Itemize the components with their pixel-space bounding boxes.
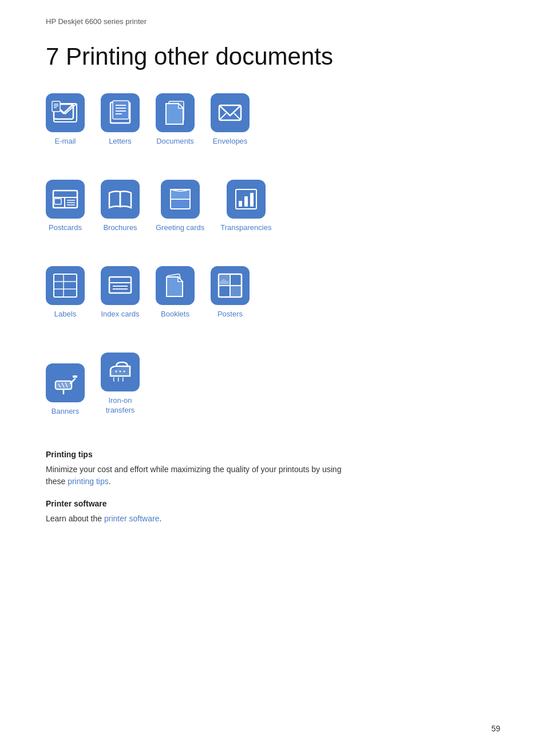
icon-item-letters[interactable]: Letters	[101, 93, 140, 145]
labels-icon	[46, 266, 85, 305]
transparencies-label: Transparencies	[220, 223, 271, 232]
postcards-icon	[46, 180, 85, 219]
ironon-icon	[101, 353, 140, 391]
page-title: 7 Printing other documents	[46, 43, 500, 70]
printing-tips-link[interactable]: printing tips	[68, 477, 109, 486]
svg-rect-32	[239, 201, 242, 207]
svg-rect-34	[250, 193, 254, 207]
letters-label: Letters	[109, 137, 132, 145]
page-number: 59	[491, 724, 500, 733]
printing-tips-heading: Printing tips	[46, 450, 500, 459]
greeting-cards-label: Greeting cards	[156, 223, 204, 232]
brochures-icon	[101, 180, 140, 219]
greeting-cards-icon	[161, 180, 200, 219]
svg-rect-35	[54, 274, 77, 297]
booklets-icon	[156, 266, 195, 305]
icon-row-1: E-mail Letters	[46, 93, 500, 163]
svg-line-19	[219, 113, 226, 120]
envelopes-label: Envelopes	[213, 137, 248, 145]
documents-icon	[156, 93, 195, 132]
icon-item-labels[interactable]: Labels	[46, 266, 85, 318]
posters-icon	[211, 266, 250, 305]
email-icon	[46, 93, 85, 132]
icon-item-posters[interactable]: Posters	[211, 266, 250, 318]
svg-rect-50	[57, 382, 70, 388]
icon-item-brochures[interactable]: Brochures	[101, 180, 140, 232]
envelopes-icon	[211, 93, 250, 132]
labels-label: Labels	[54, 310, 76, 318]
icon-row-2: Postcards Brochures Greeting cards	[46, 180, 500, 249]
index-cards-icon	[101, 266, 140, 305]
brochures-label: Brochures	[103, 223, 137, 232]
svg-rect-27	[54, 199, 61, 204]
icon-item-postcards[interactable]: Postcards	[46, 180, 85, 232]
banners-icon	[46, 363, 85, 402]
printer-software-text: Learn about the printer software.	[46, 513, 500, 525]
banners-label: Banners	[52, 407, 79, 415]
postcards-label: Postcards	[49, 223, 82, 232]
icon-item-greeting-cards[interactable]: Greeting cards	[156, 180, 204, 232]
svg-rect-12	[113, 101, 129, 119]
icon-item-documents[interactable]: Documents	[156, 93, 195, 145]
breadcrumb: HP Deskjet 6600 series printer	[46, 17, 500, 26]
documents-label: Documents	[156, 137, 194, 145]
icon-item-envelopes[interactable]: Envelopes	[211, 93, 250, 145]
svg-rect-3	[52, 101, 60, 112]
booklets-label: Booklets	[161, 310, 189, 318]
svg-rect-47	[231, 286, 241, 296]
posters-label: Posters	[217, 310, 243, 318]
svg-rect-39	[109, 277, 131, 293]
printer-software-heading: Printer software	[46, 499, 500, 508]
svg-line-20	[234, 113, 241, 120]
icon-item-transparencies[interactable]: Transparencies	[220, 180, 271, 232]
svg-rect-33	[244, 196, 248, 207]
email-label: E-mail	[55, 137, 76, 145]
printer-software-link[interactable]: printer software	[104, 514, 159, 523]
svg-point-58	[120, 371, 121, 373]
svg-rect-52	[73, 375, 77, 378]
icon-item-booklets[interactable]: Booklets	[156, 266, 195, 318]
icon-item-email[interactable]: E-mail	[46, 93, 85, 145]
icon-item-banners[interactable]: Banners	[46, 363, 85, 415]
svg-point-57	[116, 371, 117, 373]
svg-point-59	[124, 371, 125, 373]
printing-tips-text: Minimize your cost and effort while maxi…	[46, 464, 500, 488]
icon-row-4: Banners Iron-ontransfers	[46, 353, 500, 433]
icon-item-index-cards[interactable]: Index cards	[101, 266, 140, 318]
icon-row-3: Labels Index cards Booklets	[46, 266, 500, 335]
transparencies-icon	[227, 180, 266, 219]
ironon-label: Iron-ontransfers	[106, 396, 135, 415]
tips-section: Printing tips Minimize your cost and eff…	[46, 450, 500, 525]
icon-item-ironon[interactable]: Iron-ontransfers	[101, 353, 140, 415]
index-cards-label: Index cards	[101, 310, 139, 318]
letters-icon	[101, 93, 140, 132]
